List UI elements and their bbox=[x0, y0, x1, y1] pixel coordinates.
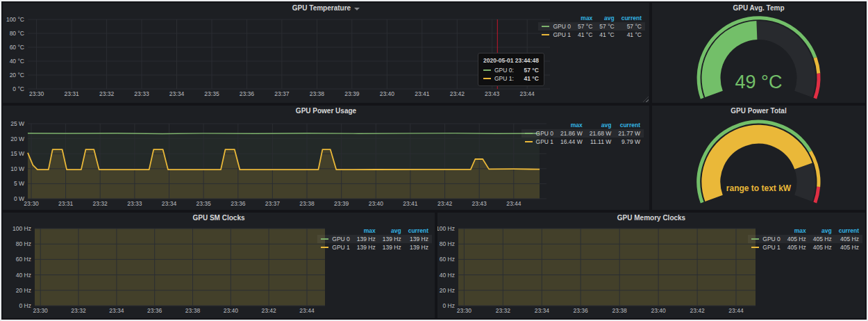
gpu-memory-clocks-legend: maxavgcurrentGPU 0405 Hz405 Hz405 HzGPU … bbox=[748, 227, 862, 252]
series-color-dash bbox=[542, 34, 549, 35]
svg-text:23:33: 23:33 bbox=[127, 200, 142, 207]
gpu-sm-clocks-legend: maxavgcurrentGPU 0139 Hz139 Hz139 HzGPU … bbox=[317, 227, 432, 252]
legend-sort-max[interactable]: max bbox=[557, 121, 586, 129]
tooltip-series-value: 41 °C bbox=[517, 74, 539, 83]
panel-title-gpu-temperature[interactable]: GPU Temperature bbox=[3, 3, 649, 14]
legend-series-toggle[interactable]: GPU 1 bbox=[748, 243, 784, 252]
dashboard-window: GPU Temperature 0 °C20 °C40 °C60 °C80 °C… bbox=[0, 0, 868, 321]
series-color-dash bbox=[483, 78, 491, 79]
svg-text:60 °C: 60 °C bbox=[10, 44, 24, 51]
svg-text:23:37: 23:37 bbox=[274, 90, 290, 97]
svg-text:23:37: 23:37 bbox=[265, 200, 281, 207]
svg-text:25 W: 25 W bbox=[10, 120, 24, 127]
panel-title-text: GPU Power Total bbox=[731, 107, 786, 115]
panel-title-text: GPU SM Clocks bbox=[192, 214, 244, 222]
legend-value: 57 °C bbox=[596, 22, 617, 31]
svg-text:23:30: 23:30 bbox=[29, 90, 44, 97]
svg-text:23:32: 23:32 bbox=[93, 200, 108, 207]
legend-table: maxavgcurrentGPU 0139 Hz139 Hz139 HzGPU … bbox=[317, 227, 432, 252]
legend-sort-avg[interactable]: avg bbox=[810, 227, 835, 235]
legend-series-toggle[interactable]: GPU 0 bbox=[538, 22, 574, 31]
svg-text:23:42: 23:42 bbox=[690, 307, 705, 314]
svg-text:23:43: 23:43 bbox=[485, 90, 500, 97]
gpu-power-total-gauge: range to text kW bbox=[652, 117, 865, 210]
legend-value: 41 °C bbox=[618, 31, 645, 39]
legend-series-toggle[interactable]: GPU 0 bbox=[748, 235, 784, 243]
legend-row: GPU 1405 Hz405 Hz405 Hz bbox=[748, 243, 862, 252]
legend-row: GPU 057 °C57 °C57 °C bbox=[538, 22, 645, 31]
gpu-temperature-legend: maxavgcurrentGPU 057 °C57 °C57 °CGPU 141… bbox=[538, 14, 645, 39]
legend-table: maxavgcurrentGPU 0405 Hz405 Hz405 HzGPU … bbox=[748, 227, 862, 252]
svg-text:23:44: 23:44 bbox=[506, 200, 521, 207]
panel-gpu-avg-temp: GPU Avg. Temp 49 °C bbox=[652, 3, 865, 103]
svg-text:5 W: 5 W bbox=[14, 180, 24, 187]
legend-table: maxavgcurrentGPU 057 °C57 °C57 °CGPU 141… bbox=[538, 14, 645, 39]
svg-text:40 Hz: 40 Hz bbox=[16, 272, 31, 279]
legend-value: 405 Hz bbox=[784, 243, 810, 252]
legend-row: GPU 021.86 W21.68 W21.77 W bbox=[521, 129, 644, 138]
legend-series-toggle[interactable]: GPU 1 bbox=[317, 243, 353, 252]
svg-text:15 W: 15 W bbox=[10, 150, 24, 157]
legend-value: 405 Hz bbox=[835, 235, 862, 243]
svg-text:23:38: 23:38 bbox=[310, 90, 325, 97]
legend-value: 139 Hz bbox=[353, 243, 379, 252]
svg-text:23:36: 23:36 bbox=[147, 307, 162, 314]
panel-title-gpu-memory-clocks[interactable]: GPU Memory Clocks bbox=[437, 213, 865, 224]
tooltip-series-name: GPU 1: bbox=[494, 74, 514, 83]
svg-text:23:32: 23:32 bbox=[496, 307, 511, 314]
svg-text:80 Hz: 80 Hz bbox=[440, 240, 455, 247]
svg-text:80 °C: 80 °C bbox=[10, 30, 24, 37]
series-color-dash bbox=[751, 247, 759, 248]
series-color-dash bbox=[321, 238, 328, 240]
legend-series-toggle[interactable]: GPU 1 bbox=[538, 31, 574, 39]
svg-text:23:42: 23:42 bbox=[437, 200, 453, 207]
panel-title-gpu-avg-temp[interactable]: GPU Avg. Temp bbox=[652, 3, 865, 14]
legend-sort-current[interactable]: current bbox=[405, 227, 432, 235]
svg-text:20 Hz: 20 Hz bbox=[440, 287, 455, 294]
legend-sort-current[interactable]: current bbox=[615, 121, 644, 129]
svg-text:80 Hz: 80 Hz bbox=[16, 240, 31, 247]
legend-sort-avg[interactable]: avg bbox=[379, 227, 405, 235]
gauge-value-text: range to text kW bbox=[726, 183, 792, 193]
panel-title-gpu-sm-clocks[interactable]: GPU SM Clocks bbox=[3, 213, 435, 224]
svg-text:23:34: 23:34 bbox=[169, 90, 185, 97]
panel-title-gpu-power-usage[interactable]: GPU Power Usage bbox=[3, 106, 649, 117]
legend-sort-max[interactable]: max bbox=[574, 14, 596, 22]
legend-sort-current[interactable]: current bbox=[618, 14, 645, 22]
svg-text:23:40: 23:40 bbox=[651, 307, 666, 314]
svg-text:40 °C: 40 °C bbox=[10, 58, 24, 65]
legend-value: 21.68 W bbox=[586, 129, 615, 138]
tooltip-timestamp: 2020-05-01 23:44:48 bbox=[483, 56, 539, 65]
svg-text:23:41: 23:41 bbox=[415, 90, 430, 97]
svg-text:20 W: 20 W bbox=[10, 135, 24, 142]
svg-text:0 °C: 0 °C bbox=[12, 85, 24, 92]
series-color-dash bbox=[751, 238, 759, 240]
legend-series-toggle[interactable]: GPU 0 bbox=[521, 129, 558, 138]
series-color-dash bbox=[483, 69, 491, 71]
legend-value: 57 °C bbox=[618, 22, 645, 31]
panel-title-gpu-power-total[interactable]: GPU Power Total bbox=[652, 106, 865, 117]
svg-text:23:30: 23:30 bbox=[24, 200, 39, 207]
legend-row: GPU 141 °C41 °C41 °C bbox=[538, 31, 645, 39]
legend-series-toggle[interactable]: GPU 1 bbox=[521, 138, 558, 146]
svg-text:23:33: 23:33 bbox=[134, 90, 149, 97]
legend-series-toggle[interactable]: GPU 0 bbox=[317, 235, 353, 243]
panel-gpu-memory-clocks: GPU Memory Clocks 0 Hz20 Hz40 Hz60 Hz80 … bbox=[437, 213, 865, 318]
panel-title-text: GPU Temperature bbox=[292, 4, 351, 12]
svg-text:100 Hz: 100 Hz bbox=[437, 225, 455, 232]
legend-sort-current[interactable]: current bbox=[835, 227, 862, 235]
legend-sort-avg[interactable]: avg bbox=[586, 121, 615, 129]
legend-value: 139 Hz bbox=[405, 243, 432, 252]
tooltip-series-value: 57 °C bbox=[517, 66, 539, 74]
legend-row: GPU 0139 Hz139 Hz139 Hz bbox=[317, 235, 432, 243]
legend-value: 139 Hz bbox=[405, 235, 432, 243]
tooltip-row: GPU 1: 41 °C bbox=[483, 74, 539, 83]
panel-gpu-sm-clocks: GPU SM Clocks 0 Hz20 Hz40 Hz60 Hz80 Hz10… bbox=[3, 213, 435, 318]
legend-value: 57 °C bbox=[574, 22, 596, 31]
legend-sort-max[interactable]: max bbox=[784, 227, 810, 235]
legend-row: GPU 0405 Hz405 Hz405 Hz bbox=[748, 235, 862, 243]
panel-title-text: GPU Memory Clocks bbox=[617, 214, 685, 222]
legend-sort-max[interactable]: max bbox=[353, 227, 379, 235]
legend-sort-avg[interactable]: avg bbox=[596, 14, 617, 22]
svg-text:23:42: 23:42 bbox=[450, 90, 465, 97]
